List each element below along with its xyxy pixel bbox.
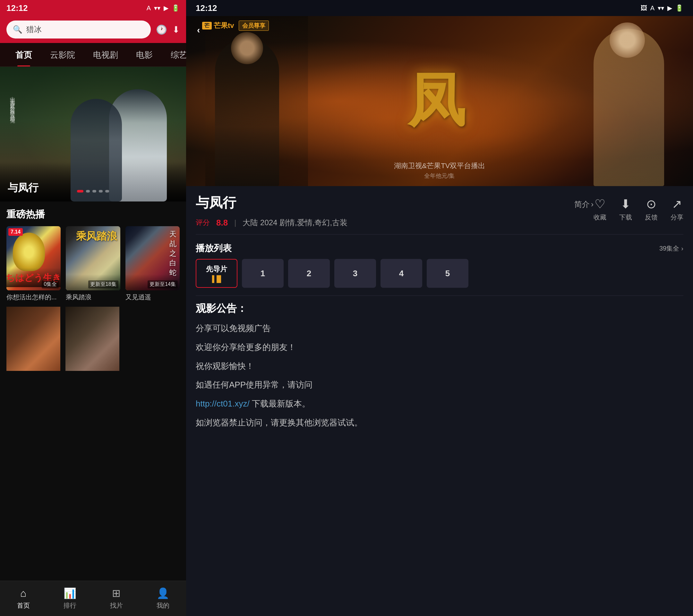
tab-tv-series[interactable]: 电视剧 [84,43,127,66]
download-icon: ⬇ [620,197,631,211]
content-card-1[interactable]: 君たちはどう生きるか 7.14 0集全 你想活出怎样的... [6,226,61,302]
card-thumb-4 [6,307,60,371]
notice-title: 观影公告： [196,302,684,316]
card1-badge: 7.14 [8,228,23,236]
preview-playing-icon: ▐▐▌ [210,275,224,283]
preview-label: 先导片 [206,264,227,274]
divider-2 [196,296,684,296]
share-button[interactable]: ↗ 分享 [671,197,684,222]
card-thumb-3: 天乩之白蛇 更新至14集 [125,226,180,290]
drama-title-row: 与凤行 简介 › [196,194,594,215]
drama-intro-link[interactable]: 简介 › [574,199,594,210]
episode-grid: 先导片 ▐▐▌ 1 2 3 4 5 [196,259,684,293]
download-icon[interactable]: ⬇ [172,24,180,35]
episode-3[interactable]: 3 [334,259,376,288]
right-battery-icon: 🔋 [675,4,684,12]
content-card-2[interactable]: 乘风踏浪 更新至18集 乘风踏浪 [66,226,120,302]
episode-1[interactable]: 1 [242,259,284,288]
content-card-4[interactable] [6,307,60,371]
history-icon[interactable]: 🕐 [156,24,167,35]
tab-home[interactable]: 首页 [6,43,41,66]
card2-update: 更新至18集 [88,280,118,289]
notice-section: 观影公告： 分享可以免视频广告 欢迎你分享给更多的朋友！ 祝你观影愉快！ 如遇任… [196,298,684,437]
episode-5-label: 5 [445,269,450,278]
back-button[interactable]: ‹ [197,25,200,35]
episode-4[interactable]: 4 [380,259,422,288]
notice-line-4: 如遇任何APP使用异常，请访问 [196,377,684,392]
nav-home[interactable]: ⌂ 首页 [17,588,30,610]
mango-tv-text: 芒果tv [214,21,234,31]
card2-title-text: 乘风踏浪 [76,230,117,243]
download-button[interactable]: ⬇ 下载 [619,197,632,222]
divider-1 [196,234,684,235]
search-input-container[interactable]: 🔍 猎冰 [6,21,151,39]
nav-home-label: 首页 [17,601,30,610]
left-status-bar: 12:12 A ▾▾ ▶ 🔋 [0,0,186,16]
playlist-title: 播放列表 [196,242,232,254]
mango-tv-icon: 芒 [202,22,212,29]
tab-cloud-cinema[interactable]: 云影院 [41,43,84,66]
dot-3 [93,190,96,193]
episode-preview[interactable]: 先导片 ▐▐▌ [196,259,237,288]
dot-1 [77,190,83,193]
drama-title-section: 与凤行 简介 › 评分 8.8 | 大陆 2024 剧情,爱情,奇幻,古装 [196,194,594,228]
nav-find[interactable]: ⊞ 找片 [110,587,123,610]
meta-divider: | [234,218,236,227]
feedback-label: 反馈 [645,213,658,222]
tab-movies[interactable]: 电影 [127,43,162,66]
collect-label: 收藏 [594,213,606,222]
content-card-5[interactable] [65,307,119,371]
card1-title: 你想活出怎样的... [6,290,61,302]
collect-button[interactable]: ♡ 收藏 [594,197,606,222]
content-card-3[interactable]: 天乩之白蛇 更新至14集 又见逍遥 [125,226,180,302]
playlist-count[interactable]: 39集全 › [659,244,684,253]
card3-update: 更新至14集 [147,280,178,289]
search-bar[interactable]: 🔍 猎冰 🕐 ⬇ [0,16,186,43]
episode-5[interactable]: 5 [427,259,469,288]
nav-ranking-label: 排行 [63,601,76,610]
nav-profile-label: 我的 [157,601,170,610]
signal-icon: ▶ [164,4,169,12]
bottom-nav: ⌂ 首页 📊 排行 ⊞ 找片 👤 我的 [0,581,186,616]
episode-2[interactable]: 2 [288,259,330,288]
nav-profile[interactable]: 👤 我的 [157,587,170,610]
download-label: 下载 [619,213,632,222]
left-panel: 12:12 A ▾▾ ▶ 🔋 🔍 猎冰 🕐 ⬇ 首页 云影院 电视剧 电影 综艺… [0,0,186,616]
card-thumb-2: 乘风踏浪 更新至18集 [66,226,120,290]
nav-ranking[interactable]: 📊 排行 [63,587,76,610]
dots-indicator [77,190,109,193]
dot-4 [99,190,103,193]
hero-char-feng: 凤 [408,62,472,140]
episode-2-label: 2 [307,269,311,278]
card-thumb-5 [65,307,119,371]
right-panel: 12:12 🖼 A ▾▾ ▶ 🔋 凤 [186,0,693,616]
dot-5 [105,190,109,193]
hero-banner[interactable]: 中南北东西庭风升坠金秋欣过玉乌然楠兔 与凤行 [0,67,186,201]
drama-info-row: 与凤行 简介 › 评分 8.8 | 大陆 2024 剧情,爱情,奇幻,古装 ♡ … [196,186,684,232]
drama-meta: 评分 8.8 | 大陆 2024 剧情,爱情,奇幻,古装 [196,218,594,228]
right-status-icons: 🖼 A ▾▾ ▶ 🔋 [641,4,684,12]
episode-3-label: 3 [353,269,357,278]
episode-4-label: 4 [399,269,403,278]
left-time: 12:12 [6,3,28,13]
content-grid-row1: 君たちはどう生きるか 7.14 0集全 你想活出怎样的... 乘风踏浪 更新至1… [0,226,186,307]
notice-link[interactable]: http://ct01.xyz/ [196,399,250,409]
right-status-bar: 12:12 🖼 A ▾▾ ▶ 🔋 [186,0,693,16]
char-male-container [205,16,308,186]
tab-variety[interactable]: 综艺 [162,43,186,66]
right-hero-video[interactable]: 凤 ‹ 芒 芒果tv 会员尊享 湖南卫视&芒果TV双平台播出 全年他元/集 [186,16,693,186]
feedback-icon: ⊙ [646,197,656,211]
notice-line-2: 欢迎你分享给更多的朋友！ [196,340,684,355]
home-icon: ⌂ [20,588,26,599]
hot-section-title: 重磅热播 [0,201,186,226]
card5-bg [65,307,119,371]
char-female-container [561,16,674,186]
card2-title: 乘风踏浪 [66,290,120,302]
find-icon: ⊞ [112,587,121,599]
share-icon: ↗ [672,197,682,211]
feedback-button[interactable]: ⊙ 反馈 [645,197,658,222]
member-badge: 会员尊享 [239,21,269,31]
right-signal-icon: ▶ [667,4,672,12]
score-label: 评分 [196,218,210,227]
profile-icon: 👤 [157,587,170,599]
